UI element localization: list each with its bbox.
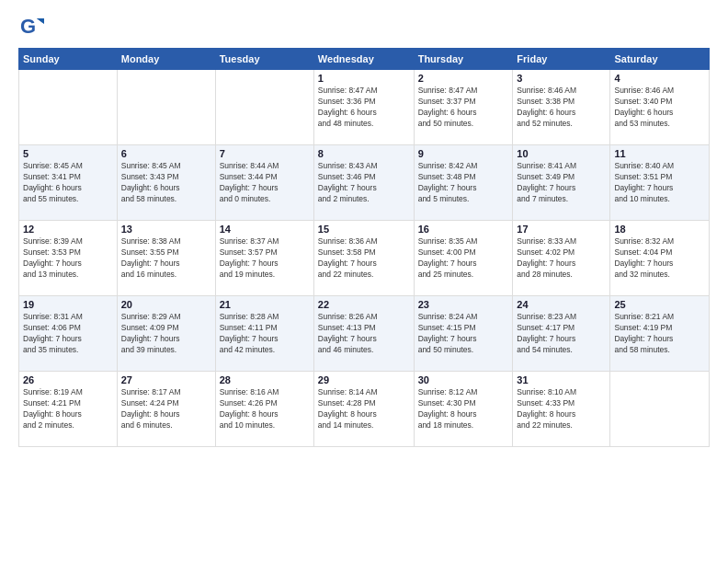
calendar-cell	[19, 70, 118, 145]
day-number: 12	[23, 224, 113, 235]
calendar-cell: 25Sunrise: 8:21 AM Sunset: 4:19 PM Dayli…	[610, 296, 710, 372]
day-info: Sunrise: 8:38 AM Sunset: 3:55 PM Dayligh…	[121, 236, 211, 281]
day-number: 15	[318, 224, 410, 235]
calendar-cell: 30Sunrise: 8:12 AM Sunset: 4:30 PM Dayli…	[414, 372, 513, 447]
day-number: 9	[418, 148, 509, 159]
day-info: Sunrise: 8:10 AM Sunset: 4:33 PM Dayligh…	[517, 387, 606, 431]
day-info: Sunrise: 8:47 AM Sunset: 3:36 PM Dayligh…	[318, 86, 410, 130]
calendar-cell: 14Sunrise: 8:37 AM Sunset: 3:57 PM Dayli…	[215, 221, 313, 296]
weekday-row: SundayMondayTuesdayWednesdayThursdayFrid…	[19, 49, 710, 70]
day-info: Sunrise: 8:46 AM Sunset: 3:40 PM Dayligh…	[614, 86, 705, 130]
calendar-cell: 20Sunrise: 8:29 AM Sunset: 4:09 PM Dayli…	[117, 296, 215, 372]
day-info: Sunrise: 8:21 AM Sunset: 4:19 PM Dayligh…	[614, 312, 705, 356]
calendar-week-5: 26Sunrise: 8:19 AM Sunset: 4:21 PM Dayli…	[19, 372, 710, 447]
day-info: Sunrise: 8:28 AM Sunset: 4:11 PM Dayligh…	[220, 312, 310, 356]
calendar-cell: 8Sunrise: 8:43 AM Sunset: 3:46 PM Daylig…	[313, 145, 414, 221]
day-number: 24	[517, 299, 606, 310]
calendar-week-4: 19Sunrise: 8:31 AM Sunset: 4:06 PM Dayli…	[19, 296, 710, 372]
day-info: Sunrise: 8:44 AM Sunset: 3:44 PM Dayligh…	[220, 161, 310, 205]
day-number: 13	[121, 224, 211, 235]
calendar-cell: 23Sunrise: 8:24 AM Sunset: 4:15 PM Dayli…	[414, 296, 513, 372]
day-info: Sunrise: 8:47 AM Sunset: 3:37 PM Dayligh…	[418, 86, 509, 130]
calendar-table: SundayMondayTuesdayWednesdayThursdayFrid…	[18, 48, 710, 447]
day-number: 16	[418, 224, 509, 235]
day-info: Sunrise: 8:12 AM Sunset: 4:30 PM Dayligh…	[418, 387, 509, 431]
day-info: Sunrise: 8:35 AM Sunset: 4:00 PM Dayligh…	[418, 236, 509, 281]
calendar-cell: 24Sunrise: 8:23 AM Sunset: 4:17 PM Dayli…	[513, 296, 610, 372]
calendar-cell: 2Sunrise: 8:47 AM Sunset: 3:37 PM Daylig…	[414, 70, 513, 145]
day-number: 23	[418, 299, 509, 310]
calendar-week-3: 12Sunrise: 8:39 AM Sunset: 3:53 PM Dayli…	[19, 221, 710, 296]
weekday-header-saturday: Saturday	[610, 49, 710, 70]
day-info: Sunrise: 8:45 AM Sunset: 3:41 PM Dayligh…	[23, 161, 113, 205]
day-info: Sunrise: 8:24 AM Sunset: 4:15 PM Dayligh…	[418, 312, 509, 356]
calendar-header: SundayMondayTuesdayWednesdayThursdayFrid…	[19, 49, 710, 70]
calendar-cell: 22Sunrise: 8:26 AM Sunset: 4:13 PM Dayli…	[313, 296, 414, 372]
calendar-cell: 17Sunrise: 8:33 AM Sunset: 4:02 PM Dayli…	[513, 221, 610, 296]
calendar-cell: 16Sunrise: 8:35 AM Sunset: 4:00 PM Dayli…	[414, 221, 513, 296]
day-info: Sunrise: 8:16 AM Sunset: 4:26 PM Dayligh…	[220, 387, 310, 431]
day-number: 5	[23, 148, 113, 159]
day-number: 25	[614, 299, 705, 310]
day-number: 27	[121, 374, 211, 385]
day-info: Sunrise: 8:46 AM Sunset: 3:38 PM Dayligh…	[517, 86, 606, 130]
day-number: 14	[220, 224, 310, 235]
calendar-cell: 15Sunrise: 8:36 AM Sunset: 3:58 PM Dayli…	[313, 221, 414, 296]
day-number: 2	[418, 73, 509, 84]
weekday-header-sunday: Sunday	[19, 49, 118, 70]
header: G	[18, 15, 710, 40]
weekday-header-monday: Monday	[117, 49, 215, 70]
day-number: 21	[220, 299, 310, 310]
calendar-cell: 5Sunrise: 8:45 AM Sunset: 3:41 PM Daylig…	[19, 145, 118, 221]
calendar-cell: 11Sunrise: 8:40 AM Sunset: 3:51 PM Dayli…	[610, 145, 710, 221]
calendar-cell	[215, 70, 313, 145]
day-info: Sunrise: 8:32 AM Sunset: 4:04 PM Dayligh…	[614, 236, 705, 281]
day-number: 8	[318, 148, 410, 159]
calendar-cell: 3Sunrise: 8:46 AM Sunset: 3:38 PM Daylig…	[513, 70, 610, 145]
day-number: 4	[614, 73, 705, 84]
day-info: Sunrise: 8:45 AM Sunset: 3:43 PM Dayligh…	[121, 161, 211, 205]
day-info: Sunrise: 8:14 AM Sunset: 4:28 PM Dayligh…	[318, 387, 410, 431]
weekday-header-wednesday: Wednesday	[313, 49, 414, 70]
calendar-cell: 6Sunrise: 8:45 AM Sunset: 3:43 PM Daylig…	[117, 145, 215, 221]
day-info: Sunrise: 8:39 AM Sunset: 3:53 PM Dayligh…	[23, 236, 113, 281]
day-number: 1	[318, 73, 410, 84]
day-info: Sunrise: 8:36 AM Sunset: 3:58 PM Dayligh…	[318, 236, 410, 281]
day-info: Sunrise: 8:19 AM Sunset: 4:21 PM Dayligh…	[23, 387, 113, 431]
day-number: 22	[318, 299, 410, 310]
day-info: Sunrise: 8:17 AM Sunset: 4:24 PM Dayligh…	[121, 387, 211, 431]
calendar-cell	[610, 372, 710, 447]
day-number: 10	[517, 148, 606, 159]
day-info: Sunrise: 8:23 AM Sunset: 4:17 PM Dayligh…	[517, 312, 606, 356]
day-info: Sunrise: 8:43 AM Sunset: 3:46 PM Dayligh…	[318, 161, 410, 205]
page: G SundayMondayTuesdayWednesdayThursdayFr…	[0, 0, 728, 563]
day-info: Sunrise: 8:26 AM Sunset: 4:13 PM Dayligh…	[318, 312, 410, 356]
calendar-cell: 26Sunrise: 8:19 AM Sunset: 4:21 PM Dayli…	[19, 372, 118, 447]
day-number: 17	[517, 224, 606, 235]
weekday-header-friday: Friday	[513, 49, 610, 70]
calendar-cell: 7Sunrise: 8:44 AM Sunset: 3:44 PM Daylig…	[215, 145, 313, 221]
day-info: Sunrise: 8:29 AM Sunset: 4:09 PM Dayligh…	[121, 312, 211, 356]
day-number: 29	[318, 374, 410, 385]
day-number: 19	[23, 299, 113, 310]
calendar-cell: 29Sunrise: 8:14 AM Sunset: 4:28 PM Dayli…	[313, 372, 414, 447]
day-number: 30	[418, 374, 509, 385]
calendar-cell: 1Sunrise: 8:47 AM Sunset: 3:36 PM Daylig…	[313, 70, 414, 145]
calendar-cell: 28Sunrise: 8:16 AM Sunset: 4:26 PM Dayli…	[215, 372, 313, 447]
day-number: 31	[517, 374, 606, 385]
calendar-week-1: 1Sunrise: 8:47 AM Sunset: 3:36 PM Daylig…	[19, 70, 710, 145]
calendar-cell: 31Sunrise: 8:10 AM Sunset: 4:33 PM Dayli…	[513, 372, 610, 447]
weekday-header-thursday: Thursday	[414, 49, 513, 70]
day-number: 26	[23, 374, 113, 385]
svg-text:G: G	[20, 15, 36, 38]
calendar-cell	[117, 70, 215, 145]
calendar-cell: 4Sunrise: 8:46 AM Sunset: 3:40 PM Daylig…	[610, 70, 710, 145]
day-number: 3	[517, 73, 606, 84]
calendar-cell: 13Sunrise: 8:38 AM Sunset: 3:55 PM Dayli…	[117, 221, 215, 296]
day-number: 28	[220, 374, 310, 385]
svg-marker-2	[37, 18, 44, 24]
calendar-week-2: 5Sunrise: 8:45 AM Sunset: 3:41 PM Daylig…	[19, 145, 710, 221]
calendar-cell: 9Sunrise: 8:42 AM Sunset: 3:48 PM Daylig…	[414, 145, 513, 221]
day-number: 11	[614, 148, 705, 159]
calendar-cell: 27Sunrise: 8:17 AM Sunset: 4:24 PM Dayli…	[117, 372, 215, 447]
